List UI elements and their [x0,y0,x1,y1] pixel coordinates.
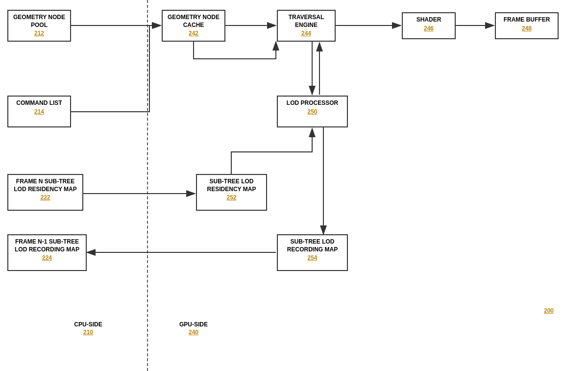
geometry-node-pool-ref: 212 [12,30,66,38]
subtree-lod-recording-label: SUB-TREE LODRECORDING MAP [287,238,338,253]
cpu-gpu-divider [147,0,148,371]
gpu-side-ref: 240 [169,329,218,336]
frame-buffer-label: FRAME BUFFER [504,16,550,23]
frame-n-subtree-ref: 222 [12,194,78,202]
shader-label: SHADER [416,16,441,23]
frame-n1-subtree-ref: 224 [12,254,82,262]
cpu-side-label: CPU-SIDE 210 [64,321,113,336]
command-list-box: COMMAND LIST 214 [7,96,71,127]
ref-200: 200 [534,307,564,314]
subtree-lod-residency-ref: 252 [201,194,262,202]
geometry-node-cache-ref: 242 [167,30,220,38]
command-list-label: COMMAND LIST [16,99,62,106]
frame-n-subtree-label: FRAME N SUB-TREELOD RESIDENCY MAP [14,178,76,193]
command-list-ref: 214 [12,108,66,116]
lod-processor-ref: 250 [282,108,343,116]
arrows-svg [0,0,588,371]
cpu-side-text: CPU-SIDE [74,321,102,328]
arrow-cache-to-traversal2 [194,42,276,59]
lod-processor-box: LOD PROCESSOR 250 [277,96,348,127]
diagram-container: GEOMETRY NODE POOL 212 GEOMETRY NODECACH… [0,0,588,371]
frame-n1-subtree-label: FRAME N-1 SUB-TREELOD RECORDING MAP [15,238,79,253]
shader-box: SHADER 246 [402,12,456,39]
subtree-lod-recording-ref: 254 [282,254,343,262]
cpu-side-ref: 210 [64,329,113,336]
geometry-node-cache-label: GEOMETRY NODECACHE [168,14,220,28]
shader-ref: 246 [407,25,451,33]
arrow-residency-to-lod [231,128,312,175]
subtree-lod-residency-box: SUB-TREE LODRESIDENCY MAP 252 [196,174,267,211]
geometry-node-pool-label: GEOMETRY NODE POOL [13,14,65,28]
traversal-engine-box: TRAVERSALENGINE 244 [277,10,336,42]
lod-processor-label: LOD PROCESSOR [287,99,338,106]
geometry-node-cache-box: GEOMETRY NODECACHE 242 [162,10,225,42]
traversal-engine-label: TRAVERSALENGINE [289,14,324,28]
geometry-node-pool-box: GEOMETRY NODE POOL 212 [7,10,71,42]
gpu-side-text: GPU-SIDE [179,321,208,328]
frame-buffer-ref: 248 [500,25,554,33]
frame-n-subtree-box: FRAME N SUB-TREELOD RESIDENCY MAP 222 [7,174,83,211]
diagram-ref-200: 200 [534,306,564,314]
gpu-side-label: GPU-SIDE 240 [169,321,218,336]
subtree-lod-residency-label: SUB-TREE LODRESIDENCY MAP [207,178,256,193]
traversal-engine-ref: 244 [282,30,331,38]
subtree-lod-recording-box: SUB-TREE LODRECORDING MAP 254 [277,234,348,271]
frame-buffer-box: FRAME BUFFER 248 [495,12,559,39]
frame-n1-subtree-box: FRAME N-1 SUB-TREELOD RECORDING MAP 224 [7,234,87,271]
